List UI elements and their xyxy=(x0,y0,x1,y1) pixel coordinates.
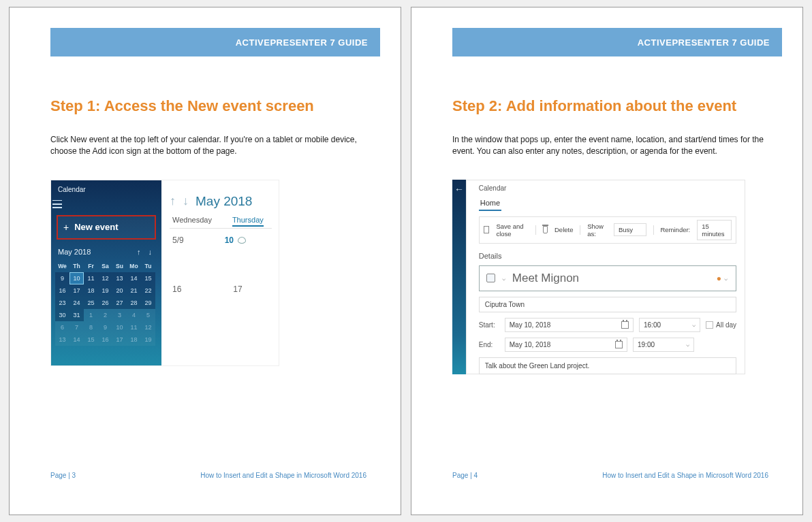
calendar-sidebar: Calendar + New event May 2018 ↑ ↓ We Th … xyxy=(51,180,161,365)
mini-date[interactable]: 16 xyxy=(98,333,112,346)
main-month-label: May 2018 xyxy=(196,194,252,209)
mini-date[interactable]: 4 xyxy=(127,309,141,321)
mini-date[interactable]: 23 xyxy=(55,297,69,309)
mini-date[interactable]: 15 xyxy=(141,272,155,284)
next-arrow-icon[interactable]: ↓ xyxy=(183,194,189,208)
new-event-label: New event xyxy=(74,222,118,232)
page-footer: Page | 3 How to Insert and Edit a Shape … xyxy=(50,472,366,479)
trash-icon xyxy=(543,226,548,233)
mini-date[interactable]: 26 xyxy=(98,297,112,309)
mini-date[interactable]: 28 xyxy=(127,297,141,309)
end-time-input[interactable]: 19:00⌵ xyxy=(633,338,694,352)
mini-date[interactable]: 20 xyxy=(112,284,127,297)
back-arrow-icon[interactable]: ← xyxy=(454,184,464,195)
tab-home[interactable]: Home xyxy=(479,197,501,211)
location-input[interactable]: Ciputra Town xyxy=(479,297,736,312)
mini-date[interactable]: 25 xyxy=(84,297,98,309)
page-right: ACTIVEPRESENTER 7 GUIDE Step 2: Add info… xyxy=(411,7,803,515)
date-cell[interactable]: 16 xyxy=(172,284,181,294)
mini-date[interactable]: 3 xyxy=(112,309,127,321)
page-left: ACTIVEPRESENTER 7 GUIDE Step 1: Access t… xyxy=(9,7,401,515)
doc-title: How to Insert and Edit a Shape in Micros… xyxy=(602,472,768,479)
start-date-input[interactable]: May 10, 2018 xyxy=(505,318,634,332)
mini-date[interactable]: 24 xyxy=(69,297,84,309)
hamburger-icon[interactable] xyxy=(52,200,62,208)
calendar-icon xyxy=(615,341,623,348)
mini-date[interactable]: 10 xyxy=(112,321,127,333)
date-cell-selected[interactable]: 10 xyxy=(225,235,246,245)
mini-date[interactable]: 16 xyxy=(55,284,69,297)
header-title: ACTIVEPRESENTER 7 GUIDE xyxy=(638,37,770,48)
page-content: Step 1: Access the New event screen Clic… xyxy=(10,56,401,366)
mini-date[interactable]: 21 xyxy=(127,284,141,297)
mini-date[interactable]: 27 xyxy=(112,297,127,309)
save-close-button[interactable]: Save and close xyxy=(496,223,529,238)
mini-date[interactable]: 30 xyxy=(55,309,69,321)
mini-date[interactable]: 14 xyxy=(127,272,141,284)
end-row: End: May 10, 2018 19:00⌵ xyxy=(479,338,736,352)
mini-date[interactable]: 19 xyxy=(98,284,112,297)
mini-month-header: May 2018 ↑ ↓ xyxy=(51,245,161,260)
end-label: End: xyxy=(479,341,499,348)
calendar-category-icon[interactable] xyxy=(486,274,495,282)
category-indicator[interactable]: ● ⌵ xyxy=(717,274,728,283)
page-number: Page | 4 xyxy=(452,472,478,479)
chevron-down-icon[interactable]: ⌵ xyxy=(502,275,505,282)
calendar-main: ↑ ↓ May 2018 Wednesday Thursday 5/9 10 xyxy=(161,180,279,365)
step-title: Step 1: Access the New event screen xyxy=(50,97,366,115)
mini-date[interactable]: 29 xyxy=(141,297,155,309)
prev-arrow-icon[interactable]: ↑ xyxy=(170,194,176,208)
mini-date[interactable]: 31 xyxy=(69,309,84,321)
mini-month-nav[interactable]: ↑ ↓ xyxy=(137,248,155,256)
show-as-select[interactable]: Busy xyxy=(614,223,646,236)
mini-date[interactable]: 9 xyxy=(98,321,112,333)
date-cell[interactable]: 17 xyxy=(233,284,242,294)
mini-date[interactable]: 18 xyxy=(127,333,141,346)
mini-date[interactable]: 1 xyxy=(84,309,98,321)
mini-date[interactable]: 2 xyxy=(98,309,112,321)
mini-date[interactable]: 13 xyxy=(112,272,127,284)
mini-date-selected[interactable]: 10 xyxy=(69,272,84,284)
save-icon xyxy=(484,226,490,233)
mini-date[interactable]: 7 xyxy=(69,321,84,333)
mini-date[interactable]: 12 xyxy=(98,272,112,284)
mini-day-head: Sa xyxy=(98,260,112,272)
event-name-input[interactable]: ⌵ Meet Mignon ● ⌵ xyxy=(479,265,736,291)
date-cell[interactable]: 5/9 xyxy=(172,235,184,245)
delete-button[interactable]: Delete xyxy=(555,226,573,233)
reminder-label: Reminder: xyxy=(660,226,690,233)
mini-date[interactable]: 6 xyxy=(55,321,69,333)
mini-date[interactable]: 11 xyxy=(84,272,98,284)
mini-date[interactable]: 17 xyxy=(69,284,84,297)
mini-date[interactable]: 5 xyxy=(141,309,155,321)
end-date-input[interactable]: May 10, 2018 xyxy=(505,338,627,352)
new-event-button[interactable]: + New event xyxy=(57,215,156,240)
mini-day-head: Fr xyxy=(84,260,98,272)
doc-title: How to Insert and Edit a Shape in Micros… xyxy=(200,472,366,479)
mini-date[interactable]: 9 xyxy=(55,272,69,284)
weather-icon xyxy=(238,237,246,244)
mini-date[interactable]: 14 xyxy=(69,333,84,346)
mini-date[interactable]: 19 xyxy=(141,333,155,346)
mini-date[interactable]: 15 xyxy=(84,333,98,346)
mini-calendar: We Th Fr Sa Su Mo Tu 9 10 11 12 13 xyxy=(51,260,161,346)
mini-date[interactable]: 13 xyxy=(55,333,69,346)
mini-date[interactable]: 22 xyxy=(141,284,155,297)
start-time-input[interactable]: 16:00⌵ xyxy=(639,318,700,332)
details-label: Details xyxy=(479,252,736,260)
notes-input[interactable]: Talk about the Green Land project. xyxy=(479,357,736,374)
plus-icon: + xyxy=(63,222,69,233)
step-body: In the window that pops up, enter the ev… xyxy=(452,134,768,158)
checkbox-icon xyxy=(706,321,713,329)
event-form-screenshot: ← Calendar Home Save and close Delete Sh… xyxy=(452,180,745,374)
all-day-checkbox[interactable]: All day xyxy=(706,321,736,329)
mini-date[interactable]: 11 xyxy=(127,321,141,333)
form-app-label: Calendar xyxy=(479,184,736,192)
mini-date[interactable]: 8 xyxy=(84,321,98,333)
event-name-value: Meet Mignon xyxy=(512,272,579,285)
mini-date[interactable]: 18 xyxy=(84,284,98,297)
step-body: Click New event at the top left of your … xyxy=(50,134,366,158)
mini-date[interactable]: 17 xyxy=(112,333,127,346)
reminder-select[interactable]: 15 minutes xyxy=(697,220,732,240)
mini-date[interactable]: 12 xyxy=(141,321,155,333)
